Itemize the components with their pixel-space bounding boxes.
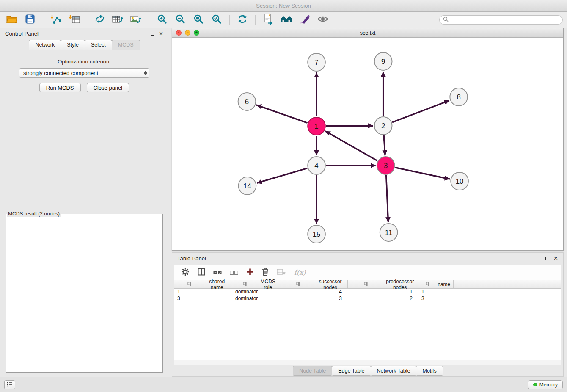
export-image-button[interactable] [129, 14, 144, 26]
plus-icon [246, 268, 254, 277]
node-10[interactable]: 10 [451, 172, 468, 190]
add-column-button[interactable] [246, 268, 254, 277]
memory-button[interactable]: Memory [528, 380, 563, 389]
zoom-fit-button[interactable] [191, 14, 206, 26]
float-panel-icon[interactable] [545, 257, 549, 260]
zoom-in-button[interactable] [154, 14, 170, 26]
delete-column-button[interactable] [262, 268, 269, 277]
edge-3-1[interactable] [325, 131, 377, 161]
column-header-predecessor-nodes[interactable]: predecessor nodes [348, 280, 418, 288]
node-2[interactable]: 2 [374, 117, 392, 135]
edge-4-14[interactable] [257, 168, 307, 183]
export-table-button[interactable] [110, 14, 126, 26]
import-network-button[interactable] [48, 14, 63, 26]
control-panel-tab-network[interactable]: Network [29, 40, 61, 50]
table-cell[interactable]: 3 [174, 295, 232, 302]
first-neighbors-button[interactable] [92, 14, 107, 26]
table-settings-button[interactable] [181, 268, 190, 278]
task-history-button[interactable] [4, 380, 15, 389]
delete-table-button[interactable] [277, 268, 286, 277]
table-horizontal-scrollbar[interactable] [174, 360, 561, 365]
edge-1-6[interactable] [256, 105, 308, 123]
save-icon [25, 14, 35, 25]
network-window-titlebar[interactable]: × − + scc.txt [172, 28, 563, 38]
document-export-icon [263, 14, 274, 26]
table-tab-network-table[interactable]: Network Table [371, 366, 417, 376]
float-panel-icon[interactable] [151, 32, 154, 36]
column-header-successor-nodes[interactable]: successor nodes [281, 280, 348, 288]
select-all-button[interactable] [213, 269, 222, 276]
close-panel-icon[interactable]: ✕ [553, 256, 558, 261]
node-9[interactable]: 9 [374, 52, 392, 70]
control-panel-tab-style[interactable]: Style [61, 40, 85, 50]
table-tab-node-table[interactable]: Node Table [293, 366, 332, 376]
column-sort-icon [350, 282, 383, 287]
close-panel-button[interactable]: Close panel [87, 83, 129, 92]
node-1[interactable]: 1 [308, 117, 325, 135]
node-15[interactable]: 15 [308, 225, 325, 243]
node-label: 7 [314, 58, 318, 66]
cybrowser-home-button[interactable] [279, 14, 294, 26]
import-table-button[interactable] [66, 14, 82, 26]
import-network-icon [50, 14, 61, 26]
save-session-button[interactable] [22, 14, 38, 26]
table-cell[interactable]: dominator [232, 295, 281, 302]
window-maximize-icon[interactable]: + [194, 30, 199, 36]
table-row[interactable]: 3dominator323 [174, 295, 561, 302]
edge-3-10[interactable] [395, 168, 450, 179]
edge-2-8[interactable] [392, 100, 449, 122]
node-6[interactable]: 6 [238, 93, 256, 110]
column-header-shared-name[interactable]: shared name [174, 280, 232, 288]
zoom-out-button[interactable] [173, 14, 188, 26]
table-row[interactable]: 1dominator411 [174, 289, 561, 295]
edge-2-3[interactable] [384, 135, 385, 155]
table-cell[interactable]: dominator [232, 289, 281, 295]
function-builder-button[interactable]: f(x) [294, 268, 306, 276]
control-panel-header: Control Panel ✕ [0, 28, 168, 39]
table-cell[interactable]: 4 [281, 289, 348, 295]
apply-layout-button[interactable] [235, 14, 250, 26]
edge-1-2[interactable] [326, 126, 373, 126]
edge-3-11[interactable] [386, 175, 388, 222]
table-cell[interactable]: 1 [174, 289, 232, 295]
checked-boxes-icon [213, 269, 222, 276]
zoom-out-icon [175, 14, 185, 26]
node-3[interactable]: 3 [377, 157, 395, 174]
column-header-name[interactable]: name [418, 280, 454, 288]
table-cell[interactable]: 2 [348, 295, 418, 302]
network-view-window: × − + scc.txt 7968124314101511 [172, 28, 564, 251]
table-cell[interactable]: 3 [281, 295, 348, 302]
search-input[interactable] [451, 17, 559, 23]
first-neighbors-icon [94, 14, 105, 25]
node-8[interactable]: 8 [450, 88, 468, 106]
table-tab-edge-table[interactable]: Edge Table [332, 366, 371, 376]
export-network-web-button[interactable] [261, 14, 276, 26]
table-cell[interactable]: 1 [348, 289, 418, 295]
node-label: 8 [457, 93, 460, 101]
show-hide-button[interactable] [315, 14, 330, 26]
run-mcds-button[interactable]: Run MCDS [39, 83, 81, 92]
node-4[interactable]: 4 [308, 157, 325, 174]
column-header-mcds-role[interactable]: MCDS role [232, 280, 281, 288]
show-columns-button[interactable] [198, 268, 205, 277]
open-file-button[interactable] [4, 14, 19, 26]
table-tab-motifs[interactable]: Motifs [416, 366, 443, 376]
control-panel-tab-mcds[interactable]: MCDS [112, 40, 140, 50]
paint-style-button[interactable] [297, 14, 312, 26]
optimization-criterion-select[interactable]: strongly connected component [19, 68, 149, 78]
window-close-icon[interactable]: × [176, 30, 182, 36]
control-panel-tab-select[interactable]: Select [85, 40, 112, 50]
table-cell[interactable]: 1 [418, 289, 454, 295]
node-11[interactable]: 11 [380, 224, 398, 241]
close-panel-icon[interactable]: ✕ [159, 31, 163, 36]
search-field[interactable] [439, 15, 563, 25]
node-14[interactable]: 14 [239, 177, 256, 195]
deselect-all-button[interactable] [230, 269, 238, 276]
node-7[interactable]: 7 [308, 53, 325, 71]
table-cell[interactable]: 3 [418, 295, 454, 302]
window-titlebar[interactable]: Session: New Session [0, 0, 567, 12]
network-canvas[interactable]: 7968124314101511 [172, 38, 563, 250]
zoom-selected-button[interactable] [209, 14, 224, 26]
table-empty-area [174, 302, 561, 360]
window-minimize-icon[interactable]: − [185, 30, 190, 36]
